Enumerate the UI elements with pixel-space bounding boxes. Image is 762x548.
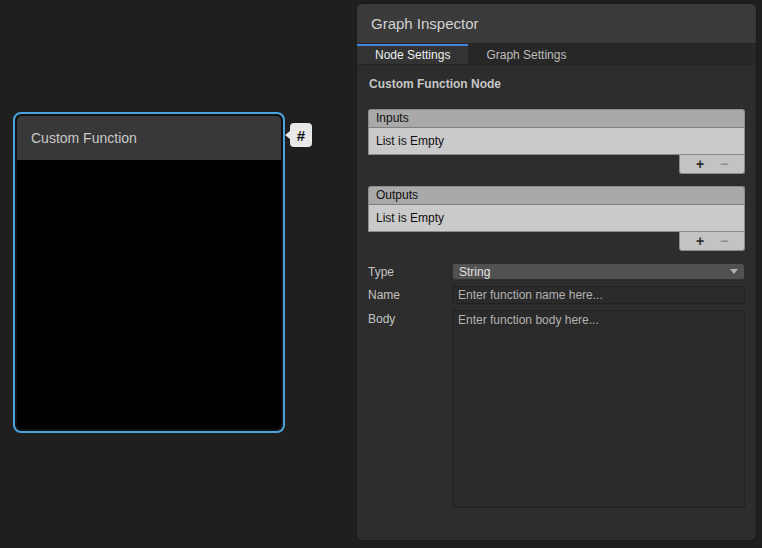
body-field-row: Body (368, 310, 745, 508)
outputs-list-empty-row: List is Empty (368, 205, 745, 232)
outputs-list-header: Outputs (368, 186, 745, 205)
inputs-list: Inputs List is Empty + − (368, 109, 745, 174)
name-label: Name (368, 286, 452, 302)
graph-canvas[interactable]: Custom Function # Graph Inspector Node S… (0, 0, 762, 548)
node-preview-body (17, 160, 281, 429)
graph-inspector-panel: Graph Inspector Node Settings Graph Sett… (356, 3, 757, 541)
type-field-row: Type String (368, 263, 745, 280)
section-title: Custom Function Node (369, 77, 745, 91)
outputs-list-footer-row: + − (368, 232, 745, 251)
inputs-list-empty-row: List is Empty (368, 128, 745, 155)
custom-function-node[interactable]: Custom Function (13, 112, 285, 433)
inputs-list-header: Inputs (368, 109, 745, 128)
function-body-textarea[interactable] (452, 310, 745, 508)
tab-graph-settings[interactable]: Graph Settings (468, 44, 584, 64)
name-field-row: Name (368, 286, 745, 304)
type-label: Type (368, 263, 452, 279)
node-hash-badge[interactable]: # (290, 123, 312, 147)
type-dropdown-value: String (459, 265, 730, 279)
chevron-down-icon (730, 269, 738, 274)
inputs-list-footer-row: + − (368, 155, 745, 174)
inspector-tab-bar: Node Settings Graph Settings (357, 44, 756, 65)
type-dropdown[interactable]: String (452, 263, 745, 280)
function-name-input[interactable] (452, 286, 745, 304)
outputs-add-button[interactable]: + (696, 234, 704, 248)
tab-node-settings[interactable]: Node Settings (357, 44, 468, 64)
inputs-remove-button[interactable]: − (720, 157, 728, 171)
hash-icon: # (297, 127, 305, 144)
node-title[interactable]: Custom Function (17, 116, 281, 160)
outputs-list-footer: + − (679, 232, 745, 251)
outputs-remove-button[interactable]: − (720, 234, 728, 248)
inspector-content: Custom Function Node Inputs List is Empt… (357, 65, 756, 540)
outputs-list: Outputs List is Empty + − (368, 186, 745, 251)
inputs-add-button[interactable]: + (696, 157, 704, 171)
inputs-list-footer: + − (679, 155, 745, 174)
graph-inspector-titlebar[interactable]: Graph Inspector (357, 4, 756, 44)
body-label: Body (368, 310, 452, 326)
